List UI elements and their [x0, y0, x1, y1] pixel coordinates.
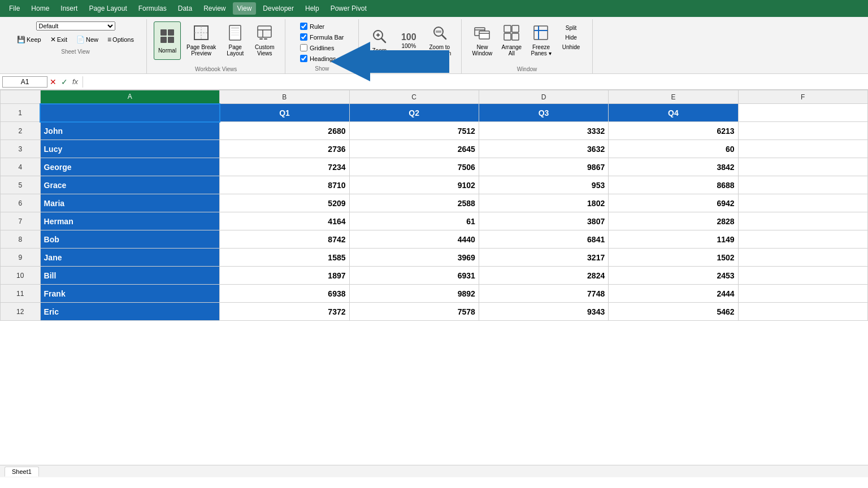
row-header-5[interactable]: 5 — [1, 176, 41, 194]
cell-a11[interactable]: Frank — [40, 285, 220, 303]
cell-f7[interactable] — [738, 212, 867, 230]
menu-file[interactable]: File — [5, 2, 24, 15]
col-header-c[interactable]: C — [349, 90, 479, 104]
cell-f1[interactable] — [738, 104, 867, 122]
menu-page-layout[interactable]: Page Layout — [84, 2, 131, 15]
cell-e6[interactable]: 6942 — [609, 194, 738, 212]
cell-a6[interactable]: Maria — [40, 194, 220, 212]
cell-e12[interactable]: 5462 — [609, 303, 738, 321]
cell-d1[interactable]: Q3 — [479, 104, 608, 122]
split-button[interactable]: Split — [557, 24, 585, 32]
cell-a2[interactable]: John — [40, 122, 220, 140]
row-header-7[interactable]: 7 — [1, 212, 41, 230]
cell-a4[interactable]: George — [40, 158, 220, 176]
row-header-10[interactable]: 10 — [1, 267, 41, 285]
row-header-4[interactable]: 4 — [1, 158, 41, 176]
confirm-icon[interactable]: ✓ — [61, 77, 68, 86]
col-header-e[interactable]: E — [609, 90, 738, 104]
formula-bar-checkbox[interactable] — [300, 33, 307, 41]
cell-e7[interactable]: 2828 — [609, 212, 738, 230]
sheet-tab-sheet1[interactable]: Sheet1 — [5, 467, 39, 477]
options-button[interactable]: ≡ Options — [104, 34, 137, 45]
cell-b2[interactable]: 2680 — [220, 122, 349, 140]
cell-e11[interactable]: 2444 — [609, 285, 738, 303]
cell-c12[interactable]: 7578 — [349, 303, 479, 321]
cell-f2[interactable] — [738, 122, 867, 140]
menu-developer[interactable]: Developer — [258, 2, 298, 15]
cell-a10[interactable]: Bill — [40, 267, 220, 285]
cell-f8[interactable] — [738, 230, 867, 249]
menu-data[interactable]: Data — [173, 2, 197, 15]
cell-c11[interactable]: 9892 — [349, 285, 479, 303]
freeze-panes-button[interactable]: Freeze Panes ▾ — [527, 21, 554, 60]
cell-c7[interactable]: 61 — [349, 212, 479, 230]
cell-f6[interactable] — [738, 194, 867, 212]
cell-d9[interactable]: 3217 — [479, 249, 608, 267]
page-layout-button[interactable]: Page Layout — [222, 21, 249, 60]
cell-b12[interactable]: 7372 — [220, 303, 349, 321]
cell-b6[interactable]: 5209 — [220, 194, 349, 212]
cancel-icon[interactable]: ✕ — [50, 77, 57, 86]
gridlines-checkbox-row[interactable]: Gridlines — [300, 43, 344, 53]
gridlines-checkbox[interactable] — [300, 44, 307, 51]
row-header-6[interactable]: 6 — [1, 194, 41, 212]
menu-power-pivot[interactable]: Power Pivot — [326, 2, 371, 15]
cell-e1[interactable]: Q4 — [609, 104, 738, 122]
cell-b5[interactable]: 8710 — [220, 176, 349, 194]
zoom-100-button[interactable]: 100 100% — [395, 21, 422, 60]
cell-e3[interactable]: 60 — [609, 140, 738, 158]
col-header-b[interactable]: B — [220, 90, 349, 104]
menu-review[interactable]: Review — [199, 2, 230, 15]
cell-b1[interactable]: Q1 — [220, 104, 349, 122]
headings-checkbox[interactable] — [300, 55, 307, 62]
cell-e4[interactable]: 3842 — [609, 158, 738, 176]
cell-c9[interactable]: 3969 — [349, 249, 479, 267]
formula-input[interactable] — [88, 77, 866, 87]
normal-button[interactable]: Normal — [154, 21, 181, 60]
new-button[interactable]: 📄 New — [73, 34, 102, 45]
cell-a5[interactable]: Grace — [40, 176, 220, 194]
zoom-to-selection-button[interactable]: Zoom to Selection — [424, 21, 454, 60]
cell-a7[interactable]: Herman — [40, 212, 220, 230]
menu-formulas[interactable]: Formulas — [134, 2, 171, 15]
row-header-3[interactable]: 3 — [1, 140, 41, 158]
cell-c5[interactable]: 9102 — [349, 176, 479, 194]
menu-home[interactable]: Home — [27, 2, 54, 15]
page-break-preview-button[interactable]: Page Break Preview — [183, 21, 219, 60]
cell-d11[interactable]: 7748 — [479, 285, 608, 303]
ruler-checkbox-row[interactable]: Ruler — [300, 21, 344, 31]
cell-e5[interactable]: 8688 — [609, 176, 738, 194]
cell-c10[interactable]: 6931 — [349, 267, 479, 285]
cell-b3[interactable]: 2736 — [220, 140, 349, 158]
cell-f3[interactable] — [738, 140, 867, 158]
new-window-button[interactable]: New Window — [468, 21, 496, 60]
cell-a12[interactable]: Eric — [40, 303, 220, 321]
arrange-all-button[interactable]: Arrange All — [498, 21, 525, 60]
sheet-view-dropdown[interactable]: Default — [36, 21, 115, 30]
cell-d10[interactable]: 2824 — [479, 267, 608, 285]
row-header-11[interactable]: 11 — [1, 285, 41, 303]
unhide-button[interactable]: Unhide — [557, 43, 585, 51]
cell-a9[interactable]: Jane — [40, 249, 220, 267]
cell-d8[interactable]: 6841 — [479, 230, 608, 249]
cell-d4[interactable]: 9867 — [479, 158, 608, 176]
cell-d6[interactable]: 1802 — [479, 194, 608, 212]
cell-c2[interactable]: 7512 — [349, 122, 479, 140]
cell-e10[interactable]: 2453 — [609, 267, 738, 285]
row-header-1[interactable]: 1 — [1, 104, 41, 122]
cell-b8[interactable]: 8742 — [220, 230, 349, 249]
cell-f9[interactable] — [738, 249, 867, 267]
cell-c3[interactable]: 2645 — [349, 140, 479, 158]
cell-c6[interactable]: 2588 — [349, 194, 479, 212]
cell-d3[interactable]: 3632 — [479, 140, 608, 158]
cell-a8[interactable]: Bob — [40, 230, 220, 249]
col-header-f[interactable]: F — [738, 90, 867, 104]
cell-b9[interactable]: 1585 — [220, 249, 349, 267]
cell-f12[interactable] — [738, 303, 867, 321]
menu-help[interactable]: Help — [301, 2, 324, 15]
keep-button[interactable]: 💾 Keep — [14, 34, 45, 45]
cell-b10[interactable]: 1897 — [220, 267, 349, 285]
ruler-checkbox[interactable] — [300, 23, 307, 30]
cell-a1[interactable] — [40, 104, 220, 122]
cell-b11[interactable]: 6938 — [220, 285, 349, 303]
